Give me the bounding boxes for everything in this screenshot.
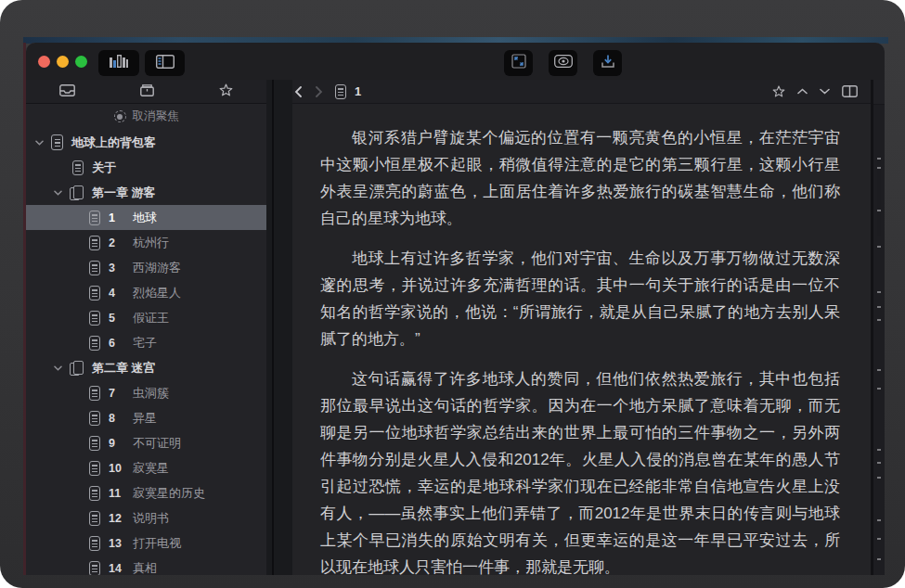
sidebar: 取消聚焦 地球上的背包客 关于 第一章 游客	[26, 105, 266, 575]
editor-header: 1	[292, 80, 871, 104]
export-button[interactable]	[593, 50, 622, 76]
group-icon	[70, 361, 84, 376]
tree-item-sheet-12[interactable]: 12 说明书	[26, 505, 266, 530]
sheet-icon	[89, 536, 100, 551]
fullscreen-icon	[511, 54, 526, 72]
sheet-icon	[89, 486, 100, 501]
tree-item-sheet-3[interactable]: 3 西湖游客	[26, 255, 266, 280]
minimize-button[interactable]	[57, 56, 69, 68]
star-icon[interactable]	[772, 85, 785, 97]
tree-item-about[interactable]: 关于	[26, 155, 266, 180]
sheet-icon	[89, 311, 100, 326]
sidebar-header	[26, 80, 266, 104]
tree-item-sheet-2[interactable]: 2 杭州行	[26, 230, 266, 255]
sheet-icon	[89, 336, 100, 351]
group-icon	[70, 185, 84, 200]
close-button[interactable]	[38, 56, 50, 68]
sheet-icon	[89, 561, 100, 576]
app-window: 1	[26, 43, 885, 575]
tree-item-sheet-9[interactable]: 9 不可证明	[26, 430, 266, 455]
tree-item-sheet-5[interactable]: 5 假证王	[26, 305, 266, 330]
tree-item-chapter2[interactable]: 第二章 迷宫	[26, 355, 266, 380]
sheet-icon	[89, 211, 100, 225]
sheet-icon	[89, 286, 100, 300]
sheet-icon	[335, 84, 346, 99]
document-tree: 地球上的背包客 关于 第一章 游客 1 地球	[26, 130, 266, 575]
paragraph: 银河系猎户臂旋某个偏远的位置有一颗亮黄色的小恒星，在茫茫宇宙中这颗小恒星极不起眼…	[320, 124, 840, 232]
sheet-icon	[89, 386, 100, 401]
library-icon	[109, 54, 129, 72]
focus-target-icon	[114, 110, 126, 122]
export-download-icon	[601, 54, 615, 72]
tree-item-sheet-10[interactable]: 10 寂寞星	[26, 455, 266, 480]
tree-item-sheet-6[interactable]: 6 宅子	[26, 330, 266, 355]
chevron-up-icon[interactable]	[797, 88, 808, 95]
editor-title: 1	[355, 84, 361, 98]
back-chevron-icon[interactable]	[294, 86, 303, 97]
library-toggle-button[interactable]	[98, 50, 139, 76]
paragraph: 这句话赢得了许多地球人的赞同，但他们依然热爱旅行，其中也包括那位最早说出这句话的…	[320, 365, 840, 575]
tree-item-chapter1[interactable]: 第一章 游客	[26, 180, 266, 205]
tree-item-sheet-8[interactable]: 8 异星	[26, 405, 266, 430]
split-view-icon[interactable]	[842, 85, 858, 97]
sheet-icon	[72, 160, 84, 175]
forward-chevron-icon[interactable]	[315, 86, 323, 97]
sheet-icon	[89, 436, 100, 451]
minimap-marks	[877, 158, 881, 160]
tree-item-sheet-11[interactable]: 11 寂寞星的历史	[26, 480, 266, 505]
chevron-down-icon[interactable]	[54, 365, 63, 371]
fullscreen-button[interactable]	[504, 50, 533, 76]
preview-button[interactable]	[549, 50, 577, 76]
sheet-icon	[89, 411, 100, 426]
editor-text-area[interactable]: 银河系猎户臂旋某个偏远的位置有一颗亮黄色的小恒星，在茫茫宇宙中这颗小恒星极不起眼…	[292, 105, 871, 575]
chevron-down-icon[interactable]	[35, 140, 45, 146]
sheet-icon	[89, 461, 100, 476]
chevron-down-icon[interactable]	[820, 88, 830, 95]
titlebar	[26, 43, 885, 80]
unfocus-button[interactable]: 取消聚焦	[26, 105, 266, 128]
second-editor-sliver	[873, 80, 885, 575]
sheet-icon	[89, 236, 100, 250]
paragraph: 地球上有过许多哲学家，他们对宇宙、生命以及万事万物做过无数深邃的思考，并说过许多…	[320, 245, 840, 352]
tree-item-sheet-13[interactable]: 13 打开电视	[26, 530, 266, 556]
traffic-lights	[38, 56, 87, 68]
box-icon[interactable]	[140, 83, 154, 100]
screen-bezel: 1	[0, 0, 905, 588]
zoom-button[interactable]	[75, 56, 87, 68]
tree-item-book[interactable]: 地球上的背包客	[26, 130, 266, 155]
pane-divider[interactable]	[266, 80, 292, 575]
inbox-icon[interactable]	[59, 83, 75, 100]
sheet-icon	[89, 511, 100, 526]
star-icon[interactable]	[219, 83, 233, 100]
tree-item-sheet-4[interactable]: 4 烈焰星人	[26, 280, 266, 305]
tree-item-sheet-14[interactable]: 14 真相	[26, 556, 266, 575]
chevron-down-icon[interactable]	[54, 190, 63, 196]
sheet-icon	[89, 261, 100, 275]
editor-layout-button[interactable]	[145, 50, 185, 76]
tree-item-sheet-7[interactable]: 7 虫洞簇	[26, 380, 266, 405]
sidebar-layout-icon	[156, 55, 175, 72]
book-icon	[51, 134, 63, 150]
eye-preview-icon	[554, 55, 573, 71]
tree-item-sheet-1[interactable]: 1 地球	[26, 205, 266, 230]
